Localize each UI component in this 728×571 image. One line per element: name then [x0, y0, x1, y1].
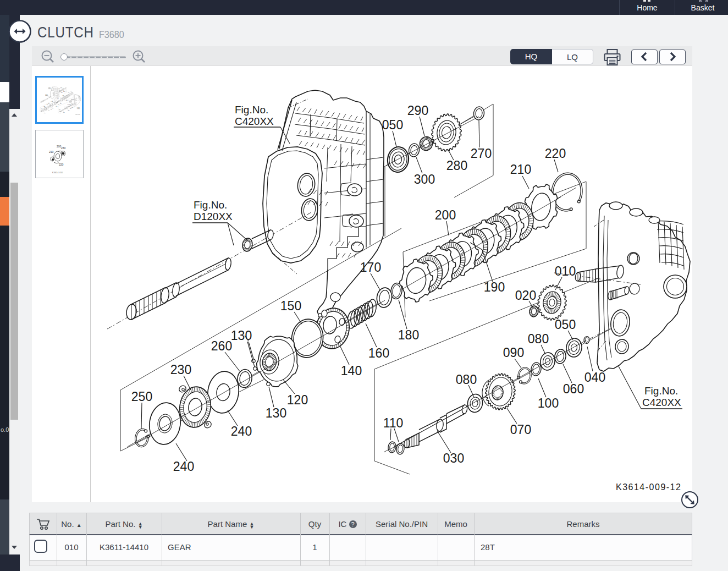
- svg-text:170: 170: [360, 260, 381, 274]
- svg-text:130: 130: [266, 406, 286, 420]
- svg-text:240: 240: [231, 424, 252, 438]
- svg-text:300: 300: [414, 172, 435, 186]
- svg-text:160: 160: [368, 346, 389, 360]
- svg-text:K3614-010: K3614-010: [52, 171, 63, 174]
- svg-text:070: 070: [510, 422, 531, 437]
- svg-text:210: 210: [49, 150, 54, 153]
- svg-text:210: 210: [510, 162, 531, 177]
- svg-text:180: 180: [398, 328, 419, 342]
- svg-text:020: 020: [515, 288, 536, 303]
- svg-text:220: 220: [59, 163, 64, 166]
- svg-text:290: 290: [407, 103, 428, 118]
- svg-text:Fig.No.: Fig.No.: [194, 199, 227, 211]
- svg-text:110: 110: [383, 416, 404, 430]
- svg-text:140: 140: [341, 364, 362, 378]
- svg-text:090: 090: [503, 345, 524, 360]
- svg-text:280: 280: [446, 158, 467, 173]
- svg-text:010: 010: [555, 264, 576, 278]
- svg-text:130: 130: [231, 328, 252, 343]
- svg-text:Fig.No.: Fig.No.: [644, 385, 678, 397]
- svg-text:230: 230: [170, 363, 191, 377]
- svg-text:270: 270: [471, 146, 492, 161]
- svg-text:K3614-009-12: K3614-009-12: [616, 482, 681, 492]
- svg-text:220: 220: [545, 146, 566, 161]
- svg-text:230: 230: [61, 146, 66, 150]
- svg-text:Fig.No.: Fig.No.: [235, 104, 268, 116]
- svg-text:150: 150: [280, 299, 301, 313]
- svg-text:C420XX: C420XX: [642, 397, 681, 408]
- svg-text:060: 060: [563, 382, 584, 396]
- svg-text:C420XX: C420XX: [235, 116, 274, 127]
- svg-text:040: 040: [584, 370, 605, 385]
- svg-text:120: 120: [287, 393, 308, 407]
- svg-text:050: 050: [382, 118, 403, 132]
- svg-text:190: 190: [484, 280, 505, 294]
- svg-text:080: 080: [456, 372, 477, 387]
- svg-text:030: 030: [443, 451, 464, 465]
- svg-text:200: 200: [435, 208, 456, 222]
- svg-text:D120XX: D120XX: [194, 211, 233, 222]
- svg-text:260: 260: [211, 339, 232, 353]
- svg-text:080: 080: [528, 332, 549, 346]
- svg-text:050: 050: [555, 317, 576, 332]
- svg-text:240: 240: [173, 459, 194, 474]
- svg-text:250: 250: [131, 389, 152, 404]
- svg-text:100: 100: [538, 396, 559, 410]
